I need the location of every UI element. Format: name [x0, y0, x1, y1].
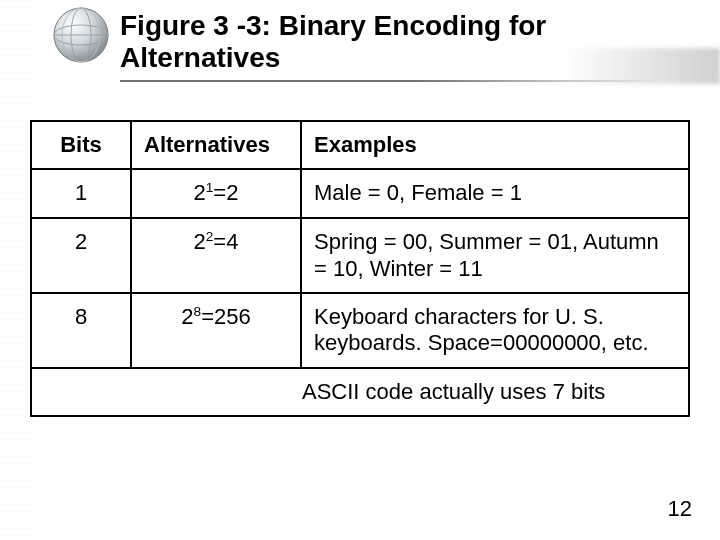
globe-icon	[52, 6, 110, 64]
cell-bits: 2	[31, 218, 131, 293]
title-underline	[120, 80, 660, 82]
alt-result: =256	[201, 304, 251, 329]
page-number: 12	[668, 496, 692, 522]
header-bits: Bits	[31, 121, 131, 169]
alt-base: 2	[194, 229, 206, 254]
cell-example: Spring = 00, Summer = 01, Autumn = 10, W…	[301, 218, 689, 293]
alt-result: =2	[213, 181, 238, 206]
table-footnote-row: ASCII code actually uses 7 bits	[31, 368, 689, 416]
alt-exponent: 8	[194, 304, 202, 319]
cell-example: Keyboard characters for U. S. keyboards.…	[301, 293, 689, 368]
footnote-cell: ASCII code actually uses 7 bits	[31, 368, 689, 416]
alt-result: =4	[213, 229, 238, 254]
cell-alternatives: 22=4	[131, 218, 301, 293]
title-line-1: Figure 3 -3: Binary Encoding for	[120, 10, 546, 41]
table-header-row: Bits Alternatives Examples	[31, 121, 689, 169]
cell-example: Male = 0, Female = 1	[301, 169, 689, 218]
cell-alternatives: 21=2	[131, 169, 301, 218]
header-examples: Examples	[301, 121, 689, 169]
figure-title: Figure 3 -3: Binary Encoding for Alterna…	[120, 10, 660, 82]
svg-point-0	[54, 8, 108, 62]
svg-point-3	[62, 8, 100, 62]
header-alternatives: Alternatives	[131, 121, 301, 169]
encoding-table-container: Bits Alternatives Examples 1 21=2 Male =…	[30, 120, 690, 417]
table-row: 8 28=256 Keyboard characters for U. S. k…	[31, 293, 689, 368]
alt-base: 2	[194, 181, 206, 206]
alt-base: 2	[181, 304, 193, 329]
title-line-2: Alternatives	[120, 42, 280, 73]
svg-point-2	[71, 8, 91, 62]
cell-alternatives: 28=256	[131, 293, 301, 368]
cell-bits: 8	[31, 293, 131, 368]
table-row: 1 21=2 Male = 0, Female = 1	[31, 169, 689, 218]
svg-point-1	[54, 25, 108, 45]
encoding-table: Bits Alternatives Examples 1 21=2 Male =…	[30, 120, 690, 417]
cell-bits: 1	[31, 169, 131, 218]
table-row: 2 22=4 Spring = 00, Summer = 01, Autumn …	[31, 218, 689, 293]
